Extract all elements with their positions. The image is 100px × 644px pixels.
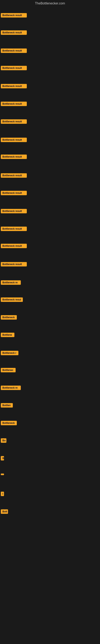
bottleneck-tag-8[interactable]: Bottleneck result xyxy=(1,138,27,142)
bottleneck-tag-25[interactable]: Bo xyxy=(1,438,6,443)
bottleneck-tag-4[interactable]: Bottleneck result xyxy=(1,66,27,70)
tags-container: Bottleneck resultBottleneck resultBottle… xyxy=(0,8,100,644)
bottleneck-tag-12[interactable]: Bottleneck result xyxy=(1,209,27,213)
site-title-container: TheBottlenecker.com xyxy=(0,0,100,8)
bottleneck-tag-16[interactable]: Bottleneck re xyxy=(1,280,21,285)
bottleneck-tag-28[interactable]: I xyxy=(1,492,4,496)
bottleneck-tag-22[interactable]: Bottleneck re xyxy=(1,386,21,390)
bottleneck-tag-19[interactable]: Bottlene xyxy=(1,333,14,337)
bottleneck-tag-3[interactable]: Bottleneck result xyxy=(1,48,27,53)
bottleneck-tag-24[interactable]: Bottleneck xyxy=(1,421,17,425)
bottleneck-tag-6[interactable]: Bottleneck result xyxy=(1,102,27,106)
bottleneck-tag-20[interactable]: Bottleneck r xyxy=(1,351,18,355)
bottleneck-tag-5[interactable]: Bottleneck result xyxy=(1,84,27,88)
bottleneck-tag-11[interactable]: Bottleneck result xyxy=(1,191,27,195)
bottleneck-tag-9[interactable]: Bottleneck result xyxy=(1,154,27,159)
bottleneck-tag-1[interactable]: Bottleneck result xyxy=(1,13,27,18)
bottleneck-tag-23[interactable]: Bottlen xyxy=(1,403,13,408)
bottleneck-tag-10[interactable]: Bottleneck result xyxy=(1,173,27,178)
bottleneck-tag-21[interactable]: Bottlenec xyxy=(1,368,16,372)
bottleneck-tag-17[interactable]: Bottleneck resul xyxy=(1,298,23,302)
bottleneck-tag-27[interactable] xyxy=(1,474,4,475)
bottleneck-tag-18[interactable]: Bottleneck xyxy=(1,315,17,320)
bottleneck-tag-7[interactable]: Bottleneck result xyxy=(1,119,27,124)
bottleneck-tag-26[interactable]: B xyxy=(1,456,4,460)
bottleneck-tag-15[interactable]: Bottleneck result xyxy=(1,262,27,266)
site-title: TheBottlenecker.com xyxy=(0,0,100,8)
bottleneck-tag-13[interactable]: Bottleneck result xyxy=(1,226,27,231)
bottleneck-tag-29[interactable]: Bott xyxy=(1,509,8,514)
bottleneck-tag-2[interactable]: Bottleneck result xyxy=(1,30,27,35)
bottleneck-tag-14[interactable]: Bottleneck result xyxy=(1,244,27,248)
